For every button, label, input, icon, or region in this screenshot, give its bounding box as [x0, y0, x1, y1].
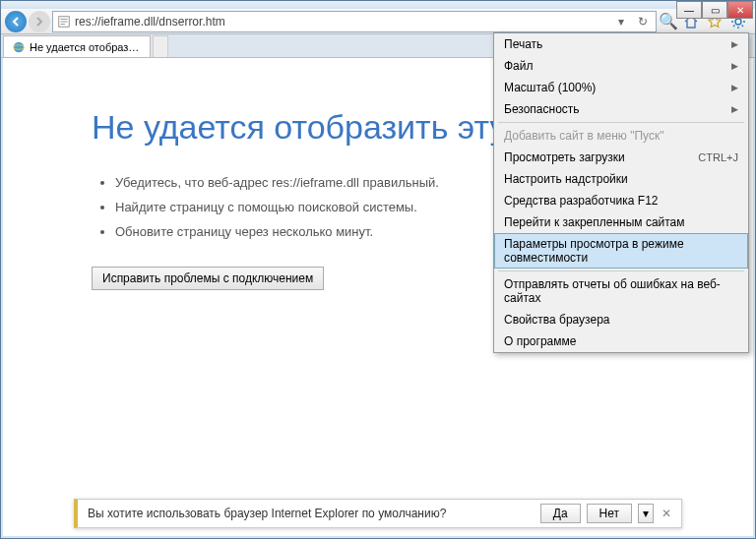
dropdown-icon[interactable]: ▾	[612, 15, 630, 29]
page-icon	[57, 15, 71, 29]
menu-browser-properties[interactable]: Свойства браузера	[494, 309, 748, 330]
titlebar: — ▭ ✕	[1, 1, 755, 9]
maximize-button[interactable]: ▭	[702, 1, 727, 19]
menu-safety[interactable]: Безопасность▶	[494, 98, 748, 120]
address-bar[interactable]: res://ieframe.dll/dnserror.htm ▾ ↻	[52, 11, 657, 32]
prompt-message: Вы хотите использовать браузер Internet …	[88, 507, 535, 520]
menu-separator	[498, 270, 744, 271]
forward-button[interactable]	[29, 11, 50, 32]
chevron-right-icon: ▶	[731, 83, 738, 92]
tab-active[interactable]: Не удается отобразить эту...	[3, 35, 151, 57]
menu-report-errors[interactable]: Отправлять отчеты об ошибках на веб-сайт…	[494, 273, 748, 309]
menu-print[interactable]: Печать▶	[494, 33, 748, 55]
menu-separator	[498, 122, 744, 123]
new-tab-button[interactable]	[153, 35, 168, 57]
menu-devtools[interactable]: Средства разработчика F12	[494, 190, 748, 211]
search-icon[interactable]: 🔍	[659, 12, 676, 30]
no-dropdown-button[interactable]: ▾	[638, 504, 654, 523]
url-text: res://ieframe.dll/dnserror.htm	[75, 15, 608, 29]
menu-add-start: Добавить сайт в меню "Пуск"	[494, 125, 748, 147]
close-bar-icon[interactable]: ✕	[662, 507, 671, 520]
shortcut-label: CTRL+J	[698, 151, 738, 163]
tab-title: Не удается отобразить эту...	[30, 41, 142, 53]
ie-icon	[12, 40, 26, 54]
refresh-icon[interactable]: ↻	[634, 15, 652, 29]
back-button[interactable]	[5, 11, 27, 32]
chevron-right-icon: ▶	[731, 39, 738, 49]
menu-pinned[interactable]: Перейти к закрепленным сайтам	[494, 211, 748, 233]
yes-button[interactable]: Да	[540, 504, 581, 523]
chevron-right-icon: ▶	[731, 61, 738, 71]
menu-zoom[interactable]: Масштаб (100%)▶	[494, 77, 748, 98]
menu-file[interactable]: Файл▶	[494, 55, 748, 77]
tools-menu: Печать▶ Файл▶ Масштаб (100%)▶ Безопаснос…	[493, 32, 749, 353]
default-browser-bar: Вы хотите использовать браузер Internet …	[74, 499, 682, 528]
browser-window: — ▭ ✕ res://ieframe.dll/dnserror.htm ▾ ↻…	[0, 0, 756, 539]
svg-point-2	[14, 41, 25, 52]
no-button[interactable]: Нет	[587, 504, 632, 523]
navbar: res://ieframe.dll/dnserror.htm ▾ ↻ 🔍	[1, 9, 755, 34]
menu-compat-view[interactable]: Параметры просмотра в режиме совместимос…	[494, 233, 748, 269]
close-button[interactable]: ✕	[727, 1, 753, 19]
fix-connection-button[interactable]: Исправить проблемы с подключением	[92, 267, 324, 290]
menu-addons[interactable]: Настроить надстройки	[494, 168, 748, 190]
menu-about[interactable]: О программе	[494, 330, 748, 352]
chevron-right-icon: ▶	[731, 104, 738, 114]
menu-downloads[interactable]: Просмотреть загрузкиCTRL+J	[494, 147, 748, 168]
minimize-button[interactable]: —	[676, 1, 702, 19]
svg-point-1	[735, 19, 741, 25]
